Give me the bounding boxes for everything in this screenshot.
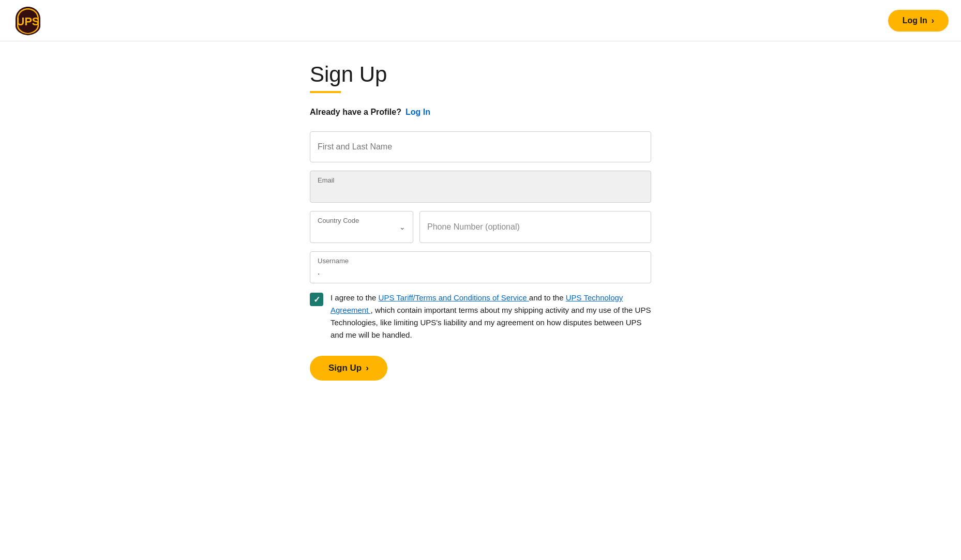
checkmark-icon: ✓ — [313, 295, 320, 305]
signup-arrow-icon: › — [366, 363, 369, 373]
email-field-group: Email — [310, 171, 651, 203]
header: UPS Log In › — [0, 0, 961, 41]
header-login-button[interactable]: Log In › — [888, 10, 949, 32]
signup-label: Sign Up — [328, 363, 362, 373]
email-input[interactable] — [310, 171, 651, 202]
terms-checkbox-area: ✓ I agree to the UPS Tariff/Terms and Co… — [310, 292, 651, 341]
name-input[interactable] — [310, 131, 651, 162]
already-profile-row: Already have a Profile? Log In — [310, 108, 651, 117]
header-login-arrow: › — [932, 16, 934, 25]
terms-and: and to the — [529, 293, 566, 302]
terms-suffix: , which contain important terms about my… — [331, 306, 651, 339]
svg-text:UPS: UPS — [17, 15, 39, 28]
signup-button[interactable]: Sign Up › — [310, 356, 387, 381]
terms-link-tariff[interactable]: UPS Tariff/Terms and Conditions of Servi… — [379, 293, 529, 302]
country-code-select[interactable]: United States (+1) United Kingdom (+44) … — [310, 211, 413, 243]
username-wrapper: Username — [310, 251, 651, 283]
terms-prefix: I agree to the — [331, 293, 379, 302]
header-login-label: Log In — [903, 16, 927, 25]
terms-checkbox[interactable]: ✓ — [310, 293, 323, 306]
phone-row: Country Code United States (+1) United K… — [310, 211, 651, 243]
username-input[interactable] — [310, 252, 651, 283]
title-underline — [310, 91, 341, 93]
name-field-group — [310, 131, 651, 162]
phone-field-wrapper — [419, 211, 651, 243]
ups-logo: UPS — [12, 5, 43, 36]
main-content: Sign Up Already have a Profile? Log In E… — [299, 41, 662, 412]
already-profile-login-link[interactable]: Log In — [406, 108, 430, 117]
checkbox-wrapper[interactable]: ✓ — [310, 293, 323, 306]
country-code-wrapper: Country Code United States (+1) United K… — [310, 211, 413, 243]
phone-input[interactable] — [420, 211, 651, 243]
already-profile-text: Already have a Profile? — [310, 108, 401, 117]
page-title: Sign Up — [310, 62, 651, 87]
username-field-group: Username — [310, 251, 651, 283]
terms-text: I agree to the UPS Tariff/Terms and Cond… — [331, 292, 651, 341]
email-wrapper: Email — [310, 171, 651, 203]
